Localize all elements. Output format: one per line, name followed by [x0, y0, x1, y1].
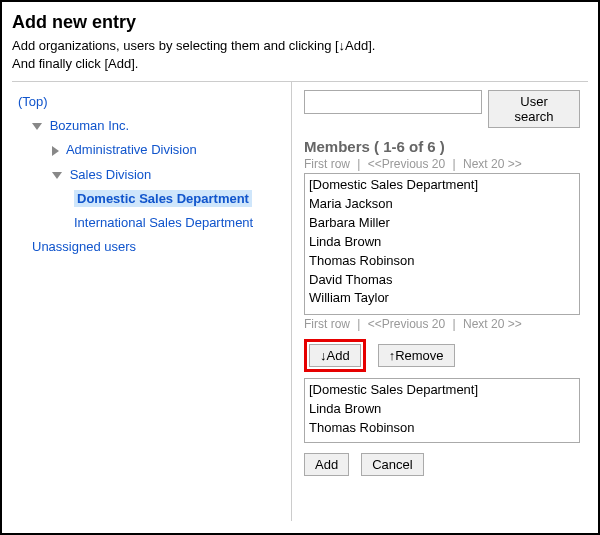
pager-prev[interactable]: <<Previous 20: [368, 157, 445, 171]
tree-admin[interactable]: Administrative Division: [18, 138, 285, 162]
tree-sales[interactable]: Sales Division: [18, 163, 285, 187]
chevron-down-icon[interactable]: [52, 172, 62, 179]
cancel-button[interactable]: Cancel: [361, 453, 423, 476]
list-item[interactable]: David Thomas: [309, 271, 575, 290]
user-search-button[interactable]: User search: [488, 90, 580, 128]
remove-up-button[interactable]: ↑Remove: [378, 344, 455, 367]
pager-sep: |: [453, 157, 456, 171]
tree-org-link[interactable]: Bozuman Inc.: [50, 118, 130, 133]
pager-prev[interactable]: <<Previous 20: [368, 317, 445, 331]
members-listbox[interactable]: [Domestic Sales Department] Maria Jackso…: [304, 173, 580, 315]
pager-sep: |: [357, 317, 360, 331]
list-item[interactable]: [Domestic Sales Department]: [309, 176, 575, 195]
list-item[interactable]: Thomas Robinson: [309, 252, 575, 271]
pager-first[interactable]: First row: [304, 317, 350, 331]
tree-top[interactable]: (Top): [18, 90, 285, 114]
add-button[interactable]: Add: [304, 453, 349, 476]
pager-sep: |: [453, 317, 456, 331]
search-row: User search: [304, 90, 580, 128]
list-item[interactable]: William Taylor: [309, 289, 575, 308]
pager-first[interactable]: First row: [304, 157, 350, 171]
selected-listbox[interactable]: [Domestic Sales Department] Linda Brown …: [304, 378, 580, 443]
list-item[interactable]: Barbara Miller: [309, 214, 575, 233]
members-heading: Members ( 1-6 of 6 ): [304, 138, 580, 155]
pager-next[interactable]: Next 20 >>: [463, 317, 522, 331]
chevron-right-icon[interactable]: [52, 146, 59, 156]
search-input[interactable]: [304, 90, 482, 114]
pager-next[interactable]: Next 20 >>: [463, 157, 522, 171]
final-actions: Add Cancel: [304, 453, 580, 476]
tree-domestic-link[interactable]: Domestic Sales Department: [74, 190, 252, 207]
add-down-button[interactable]: ↓Add: [309, 344, 361, 367]
tree-intl[interactable]: International Sales Department: [18, 211, 285, 235]
tree-sales-link[interactable]: Sales Division: [70, 167, 152, 182]
org-tree: (Top) Bozuman Inc. Administrative Divisi…: [12, 82, 292, 521]
tree-top-link[interactable]: (Top): [18, 94, 48, 109]
list-item[interactable]: Maria Jackson: [309, 195, 575, 214]
tree-intl-link[interactable]: International Sales Department: [74, 215, 253, 230]
tree-domestic[interactable]: Domestic Sales Department: [18, 187, 285, 211]
tree-org[interactable]: Bozuman Inc.: [18, 114, 285, 138]
right-pane: User search Members ( 1-6 of 6 ) First r…: [292, 82, 588, 521]
list-item[interactable]: Linda Brown: [309, 400, 575, 419]
subtitle-line-1: Add organizations, users by selecting th…: [12, 38, 375, 53]
pager-top: First row | <<Previous 20 | Next 20 >>: [304, 157, 580, 171]
pager-sep: |: [357, 157, 360, 171]
list-item[interactable]: Thomas Robinson: [309, 419, 575, 438]
move-actions: ↓Add ↑Remove: [304, 339, 580, 372]
subtitle-line-2: And finally click [Add].: [12, 56, 138, 71]
highlight-frame: ↓Add: [304, 339, 366, 372]
tree-admin-link[interactable]: Administrative Division: [66, 142, 197, 157]
chevron-down-icon[interactable]: [32, 123, 42, 130]
tree-unassigned-link[interactable]: Unassigned users: [32, 239, 136, 254]
page-title: Add new entry: [12, 12, 588, 33]
list-item[interactable]: [Domestic Sales Department]: [309, 381, 575, 400]
pager-bottom: First row | <<Previous 20 | Next 20 >>: [304, 317, 580, 331]
tree-unassigned[interactable]: Unassigned users: [18, 235, 285, 259]
list-item[interactable]: Linda Brown: [309, 233, 575, 252]
page-subtitle: Add organizations, users by selecting th…: [12, 37, 588, 73]
dialog: Add new entry Add organizations, users b…: [0, 0, 600, 535]
content: (Top) Bozuman Inc. Administrative Divisi…: [12, 81, 588, 521]
